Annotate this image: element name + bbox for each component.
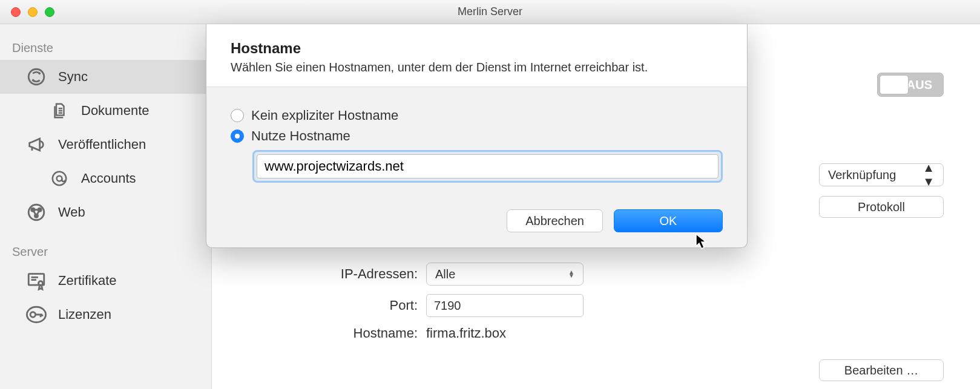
ip-row: IP-Adressen: Alle ▲▼ <box>248 263 944 286</box>
radio-use-hostname[interactable] <box>231 129 244 143</box>
sidebar-item-accounts[interactable]: Accounts <box>0 162 211 195</box>
svg-point-1 <box>53 172 67 186</box>
window-title: Merlin Server <box>0 5 980 18</box>
window-titlebar: Merlin Server <box>0 0 980 24</box>
sidebar-item-label: Sync <box>58 69 88 85</box>
chevron-updown-icon: ▲▼ <box>568 270 574 278</box>
hostname-input[interactable] <box>257 154 719 178</box>
sidebar-item-web[interactable]: Web <box>0 195 211 229</box>
sidebar-item-veroeffentlichen[interactable]: Veröffentlichen <box>0 128 211 162</box>
sidebar-group-server: Server <box>0 240 211 264</box>
sheet-buttons: Abbrechen OK <box>206 195 747 232</box>
radio-no-hostname[interactable] <box>231 109 244 122</box>
ip-select[interactable]: Alle ▲▼ <box>426 263 584 286</box>
sidebar-item-dokumente[interactable]: Dokumente <box>0 94 211 128</box>
sidebar-item-lizenzen[interactable]: Lizenzen <box>0 298 211 332</box>
sidebar-group-dienste: Dienste <box>0 36 211 60</box>
hostname-sheet: Hostname Wählen Sie einen Hostnamen, unt… <box>206 24 748 248</box>
hostname-row: Hostname: firma.fritz.box <box>248 325 944 341</box>
megaphone-icon <box>25 134 47 155</box>
cancel-label: Abbrechen <box>525 214 584 228</box>
link-select-label: Verknüpfung <box>828 168 896 182</box>
sheet-body: Kein expliziter Hostname Nutze Hostname <box>206 87 747 195</box>
at-icon <box>48 168 70 189</box>
network-icon <box>25 201 47 223</box>
sidebar-item-label: Zertifikate <box>58 273 117 289</box>
radio-use-hostname-label: Nutze Hostname <box>251 128 350 144</box>
svg-point-8 <box>39 281 43 286</box>
sidebar-item-label: Web <box>58 204 85 220</box>
key-icon <box>25 304 47 325</box>
port-field[interactable]: 7190 <box>426 294 584 317</box>
hostname-input-wrap <box>252 150 723 183</box>
hostname-value: firma.fritz.box <box>426 325 506 341</box>
chevron-updown-icon: ▲▼ <box>922 161 935 189</box>
sheet-header: Hostname Wählen Sie einen Hostnamen, unt… <box>206 24 747 87</box>
ok-button[interactable]: OK <box>614 209 723 232</box>
sidebar-item-zertifikate[interactable]: Zertifikate <box>0 264 211 298</box>
cancel-button[interactable]: Abbrechen <box>507 209 603 232</box>
protokoll-button[interactable]: Protokoll <box>819 196 944 218</box>
ip-select-value: Alle <box>435 267 455 281</box>
certificate-icon <box>25 270 47 292</box>
port-value: 7190 <box>434 299 461 313</box>
sheet-title: Hostname <box>231 40 723 57</box>
sidebar-item-sync[interactable]: Sync <box>0 60 211 94</box>
radio-row-no-hostname[interactable]: Kein expliziter Hostname <box>231 108 723 123</box>
sidebar-item-label: Accounts <box>81 171 136 186</box>
link-select[interactable]: Verknüpfung ▲▼ <box>819 163 944 186</box>
sync-icon <box>25 66 47 88</box>
radio-no-hostname-label: Kein expliziter Hostname <box>251 108 398 123</box>
protokoll-label: Protokoll <box>858 200 905 214</box>
svg-point-2 <box>57 176 62 181</box>
service-toggle[interactable]: AUS <box>877 73 944 97</box>
edit-hostname-button[interactable]: Bearbeiten … <box>819 359 944 381</box>
toggle-knob <box>880 75 909 94</box>
documents-icon <box>48 100 70 122</box>
sheet-subtitle: Wählen Sie einen Hostnamen, unter dem de… <box>231 60 723 74</box>
sidebar-item-label: Veröffentlichen <box>58 137 146 152</box>
port-label: Port: <box>248 298 418 313</box>
edit-button-label: Bearbeiten … <box>844 364 918 378</box>
sidebar: Dienste Sync Dokumente Veröffentlichen A… <box>0 24 212 389</box>
hostname-label: Hostname: <box>248 325 418 341</box>
ok-label: OK <box>660 214 677 228</box>
port-row: Port: 7190 <box>248 294 944 317</box>
toggle-label: AUS <box>907 78 932 92</box>
svg-point-10 <box>30 312 36 318</box>
ip-label: IP-Adressen: <box>248 266 418 282</box>
sidebar-item-label: Dokumente <box>81 103 150 119</box>
radio-row-use-hostname[interactable]: Nutze Hostname <box>231 128 723 144</box>
sidebar-item-label: Lizenzen <box>58 307 111 322</box>
